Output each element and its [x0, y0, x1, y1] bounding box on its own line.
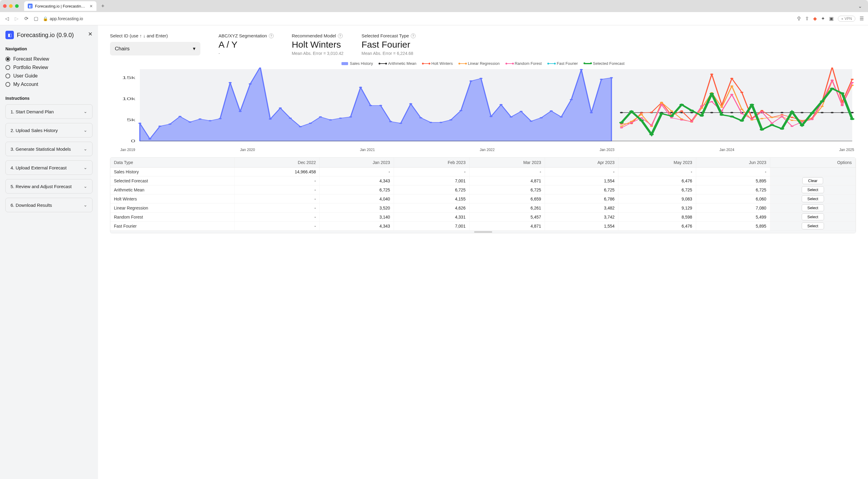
accordion-item[interactable]: 4. Upload External Forecast⌄: [5, 160, 93, 175]
legend-item[interactable]: Arithmetic Mean: [379, 61, 416, 66]
svg-point-18: [269, 118, 272, 120]
chart: 05k10k15k: [110, 67, 856, 146]
select-id-label: Select ID (use ↑ ↓ and Enter): [110, 33, 200, 38]
svg-point-187: [760, 129, 764, 131]
table-cell[interactable]: 7,001: [394, 176, 470, 185]
legend-swatch-icon: [506, 63, 513, 64]
svg-point-39: [479, 78, 483, 79]
svg-point-16: [249, 83, 252, 84]
svg-point-7: [158, 126, 161, 127]
select-id-dropdown[interactable]: Chairs ▾: [110, 42, 200, 56]
tabs-dropdown-icon[interactable]: ⌄: [858, 3, 865, 9]
back-button[interactable]: ◁: [4, 16, 10, 21]
segmentation-value: A / Y: [218, 39, 274, 50]
legend-item[interactable]: Fast Fourier: [548, 61, 578, 66]
legend-item[interactable]: Random Forest: [506, 61, 542, 66]
share-icon[interactable]: ⇪: [805, 16, 809, 21]
legend-item[interactable]: Sales History: [341, 61, 373, 66]
reload-button[interactable]: ⟳: [24, 16, 29, 21]
help-icon[interactable]: ?: [338, 33, 343, 38]
row-label: Holt Winters: [110, 194, 234, 204]
key-icon[interactable]: ⚲: [797, 16, 801, 21]
table-cell[interactable]: 1,554: [545, 176, 618, 185]
sidebar-close-icon[interactable]: ✕: [88, 31, 93, 37]
xaxis-tick: Jan 2021: [360, 148, 375, 152]
radio-icon: [5, 57, 10, 61]
table-cell: 6,725: [320, 185, 394, 194]
svg-point-9: [179, 116, 181, 117]
new-tab-button[interactable]: +: [99, 3, 107, 9]
select-button[interactable]: Select: [802, 186, 824, 193]
nav-item[interactable]: Forecast Review: [5, 55, 93, 63]
table-cell[interactable]: 4,343: [320, 176, 394, 185]
browser-chrome: ◧ Forecasting.io | Forecasting and ✕ + ⌄…: [0, 0, 868, 25]
xaxis-tick: Jan 2020: [240, 148, 255, 152]
svg-point-121: [821, 106, 824, 107]
nav-section-label: Navigation: [5, 47, 93, 51]
browser-tab[interactable]: ◧ Forecasting.io | Forecasting and ✕: [24, 1, 96, 11]
menu-icon[interactable]: ☰: [860, 16, 864, 21]
table-row: Random Forest-3,1404,3315,4573,7428,5985…: [110, 212, 856, 221]
horizontal-scrollbar[interactable]: [110, 231, 856, 233]
accordion-label: 6. Download Results: [10, 203, 52, 208]
chevron-down-icon: ⌄: [84, 109, 87, 114]
maximize-window-icon[interactable]: [15, 4, 19, 8]
tab-close-icon[interactable]: ✕: [90, 4, 93, 8]
svg-point-34: [429, 122, 432, 123]
tab-title: Forecasting.io | Forecasting and: [35, 4, 87, 8]
svg-point-176: [649, 133, 654, 136]
table-cell[interactable]: 4,871: [469, 176, 545, 185]
radio-icon: [5, 82, 10, 87]
close-window-icon[interactable]: [3, 4, 7, 8]
vpn-badge[interactable]: ●VPN: [838, 16, 855, 22]
brave-icon[interactable]: ◆: [813, 16, 817, 21]
svg-point-29: [379, 105, 382, 106]
help-icon[interactable]: ?: [411, 33, 415, 38]
svg-point-14: [229, 82, 232, 83]
bookmark-icon[interactable]: ▢: [33, 16, 38, 21]
accordion-item[interactable]: 1. Start Demand Plan⌄: [5, 104, 93, 119]
accordion-item[interactable]: 5. Review and Adjust Forecast⌄: [5, 179, 93, 193]
select-button[interactable]: Select: [802, 204, 824, 211]
pip-icon[interactable]: ▣: [829, 16, 834, 21]
main-content: Select ID (use ↑ ↓ and Enter) Chairs ▾ A…: [98, 25, 868, 479]
select-button[interactable]: Select: [802, 195, 824, 202]
table-cell: -: [234, 221, 319, 231]
chevron-down-icon: ⌄: [84, 184, 87, 189]
app-logo-icon: ◧: [5, 31, 14, 39]
svg-point-15: [239, 111, 242, 112]
accordion-item[interactable]: 3. Generate Statistical Models⌄: [5, 142, 93, 156]
minimize-window-icon[interactable]: [9, 4, 13, 8]
chevron-down-icon: ⌄: [84, 146, 87, 152]
svg-point-98: [831, 67, 834, 68]
table-header: Apr 2023: [545, 158, 618, 168]
help-icon[interactable]: ?: [269, 33, 274, 38]
address-bar[interactable]: 🔒 app.forecasting.io: [43, 16, 793, 21]
legend-item[interactable]: Linear Regression: [459, 61, 500, 66]
select-button[interactable]: Select: [802, 213, 824, 220]
select-button[interactable]: Select: [802, 222, 824, 230]
table-cell[interactable]: -: [234, 176, 319, 185]
table-cell[interactable]: 5,895: [696, 176, 770, 185]
svg-point-36: [450, 119, 453, 120]
forward-button[interactable]: ▷: [14, 16, 19, 21]
legend-item[interactable]: Selected Forecast: [584, 61, 624, 66]
table-cell[interactable]: 6,476: [618, 176, 696, 185]
tab-bar: ◧ Forecasting.io | Forecasting and ✕ + ⌄: [0, 0, 868, 12]
svg-point-23: [319, 116, 322, 118]
clear-button[interactable]: Clear: [802, 177, 823, 184]
nav-item[interactable]: Portfolio Review: [5, 63, 93, 72]
accordion-item[interactable]: 2. Upload Sales History⌄: [5, 123, 93, 138]
extensions-icon[interactable]: ✦: [821, 16, 825, 21]
svg-point-40: [490, 116, 493, 117]
svg-point-138: [750, 118, 753, 120]
accordion-list: 1. Start Demand Plan⌄2. Upload Sales His…: [5, 104, 93, 212]
legend-item[interactable]: Holt Winters: [423, 61, 453, 66]
accordion-item[interactable]: 6. Download Results⌄: [5, 198, 93, 212]
table-cell: 7,001: [394, 221, 470, 231]
nav-item[interactable]: My Account: [5, 80, 93, 89]
table-row: Fast Fourier-4,3437,0014,8711,5546,4765,…: [110, 221, 856, 231]
nav-item[interactable]: User Guide: [5, 72, 93, 80]
svg-text:10k: 10k: [122, 97, 135, 101]
svg-point-21: [299, 126, 302, 127]
